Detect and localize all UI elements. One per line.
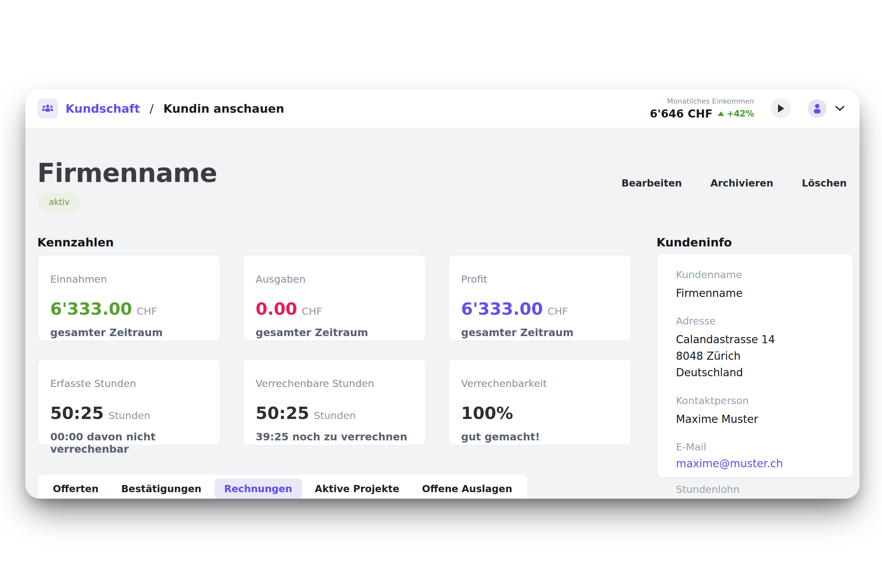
kpi-card-erfasste-stunden: Erfasste Stunden 50:25 Stunden 00:00 dav… <box>37 359 221 446</box>
edit-button[interactable]: Bearbeiten <box>622 177 682 189</box>
kpi-card-verrechenbarkeit: Verrechenbarkeit 100% gut gemacht! <box>448 359 631 446</box>
address-line-3: Deutschland <box>676 364 840 381</box>
kpi-label: Verrechenbarkeit <box>461 378 620 389</box>
detail-tabs: Offerten Bestätigungen Rechnungen Aktive… <box>37 474 528 499</box>
address-line-1: Calandastrasse 14 <box>676 331 840 348</box>
breadcrumb-current: Kundin anschauen <box>163 102 284 115</box>
income-delta-badge: +42% <box>718 109 754 118</box>
kpi-unit: CHF <box>137 305 157 317</box>
status-badge: aktiv <box>38 193 81 211</box>
field-label: Adresse <box>676 315 840 327</box>
kpi-unit: CHF <box>548 305 568 317</box>
field-label: E-Mail <box>676 441 840 453</box>
kpi-note: gesamter Zeitraum <box>461 326 620 339</box>
kpi-label: Einnahmen <box>50 273 209 285</box>
kundeninfo-heading: Kundeninfo <box>657 236 732 249</box>
kpi-value: 50:25 <box>255 404 310 423</box>
monthly-income-value: 6'646 CHF <box>650 107 712 120</box>
field-label: Kontaktperson <box>676 395 840 406</box>
kpi-value: 0.00 <box>255 299 297 319</box>
avatar[interactable] <box>808 99 826 118</box>
breadcrumb-separator: / <box>148 102 156 115</box>
breadcrumb-link-kundschaft[interactable]: Kundschaft <box>65 102 140 115</box>
app-window: Kundschaft / Kundin anschauen Monatliche… <box>25 89 859 499</box>
kpi-note: gut gemacht! <box>461 430 620 443</box>
email-link[interactable]: maxime@muster.ch <box>676 457 840 470</box>
customers-icon-box <box>38 98 58 118</box>
kpi-note: gesamter Zeitraum <box>50 326 209 339</box>
kennzahlen-heading: Kennzahlen <box>37 236 114 249</box>
delete-button[interactable]: Löschen <box>802 177 847 189</box>
topbar-right-cluster: Monatliches Einkommen 6'646 CHF +42% <box>650 97 845 120</box>
kpi-card-ausgaben: Ausgaben 0.00 CHF gesamter Zeitraum <box>243 255 426 341</box>
field-adresse: Adresse Calandastrasse 14 8048 Zürich De… <box>676 315 840 381</box>
kundeninfo-card: Kundenname Firmenname Adresse Calandastr… <box>657 253 853 478</box>
kpi-note: gesamter Zeitraum <box>255 326 415 339</box>
monthly-income-label: Monatliches Einkommen <box>650 97 754 105</box>
kpi-unit: Stunden <box>314 410 356 421</box>
tab-aktive-projekte[interactable]: Aktive Projekte <box>305 478 409 499</box>
page-content: Firmenname aktiv Bearbeiten Archivieren … <box>25 129 859 499</box>
kpi-grid: Einnahmen 6'333.00 CHF gesamter Zeitraum… <box>37 255 631 446</box>
breadcrumb: Kundschaft / Kundin anschauen <box>38 98 284 118</box>
field-label: Kundenname <box>676 269 840 280</box>
user-avatar-icon <box>812 103 822 114</box>
page-title: Firmenname <box>37 158 217 188</box>
kpi-note: 39:25 noch zu verrechnen <box>255 430 415 443</box>
field-value: Maxime Muster <box>676 411 840 428</box>
tab-bestaetigungen[interactable]: Bestätigungen <box>111 478 211 499</box>
kpi-label: Ausgaben <box>255 273 415 285</box>
chevron-down-icon[interactable] <box>835 105 845 111</box>
kpi-unit: CHF <box>302 305 322 317</box>
kpi-unit: Stunden <box>108 410 151 421</box>
kpi-label: Verrechenbare Stunden <box>255 378 415 389</box>
trend-up-icon <box>718 111 724 116</box>
user-menu[interactable] <box>808 99 845 118</box>
income-delta-value: +42% <box>727 109 754 118</box>
kpi-card-verrechenbare-stunden: Verrechenbare Stunden 50:25 Stunden 39:2… <box>243 359 426 446</box>
kpi-value: 50:25 <box>50 404 104 423</box>
kpi-value: 100% <box>461 404 513 423</box>
archive-button[interactable]: Archivieren <box>710 177 773 189</box>
field-kontaktperson: Kontaktperson Maxime Muster <box>676 395 840 428</box>
play-icon <box>777 104 784 113</box>
kpi-note: 00:00 davon nicht verrechenbar <box>50 430 209 455</box>
field-kundenname: Kundenname Firmenname <box>676 269 840 302</box>
monthly-income-widget: Monatliches Einkommen 6'646 CHF +42% <box>650 97 754 120</box>
record-actions: Bearbeiten Archivieren Löschen <box>622 177 847 189</box>
field-stundenlohn: Stundenlohn 120.00 CHF <box>676 483 840 499</box>
top-bar: Kundschaft / Kundin anschauen Monatliche… <box>25 89 859 128</box>
users-icon <box>42 104 53 113</box>
field-label: Stundenlohn <box>676 483 840 495</box>
kpi-label: Erfasste Stunden <box>50 378 209 389</box>
kpi-label: Profit <box>461 273 620 285</box>
kpi-value: 6'333.00 <box>461 299 543 319</box>
play-button[interactable] <box>771 98 791 118</box>
tab-offene-auslagen[interactable]: Offene Auslagen <box>412 478 522 499</box>
kpi-card-einnahmen: Einnahmen 6'333.00 CHF gesamter Zeitraum <box>37 255 221 341</box>
field-email: E-Mail maxime@muster.ch <box>676 441 840 470</box>
tab-offerten[interactable]: Offerten <box>43 478 108 499</box>
kpi-card-profit: Profit 6'333.00 CHF gesamter Zeitraum <box>448 255 631 341</box>
tab-rechnungen[interactable]: Rechnungen <box>215 478 302 499</box>
field-value: Firmenname <box>676 285 840 302</box>
address-line-2: 8048 Zürich <box>676 348 840 364</box>
kpi-value: 6'333.00 <box>50 299 132 319</box>
